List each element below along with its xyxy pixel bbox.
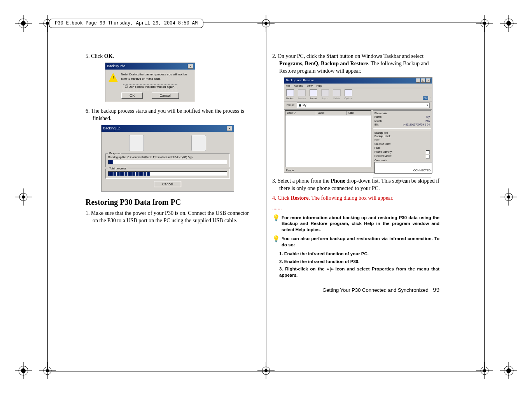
warning-icon — [108, 73, 118, 82]
dont-show-checkbox[interactable]: ☐ Don't show this information again. — [123, 84, 177, 90]
menu-file[interactable]: File — [286, 84, 290, 87]
language-indicator[interactable]: EN — [423, 96, 428, 100]
reg-mark-icon — [15, 362, 32, 379]
reg-mark-icon — [500, 15, 517, 32]
svg-point-35 — [46, 22, 49, 25]
external-media-checkbox[interactable] — [426, 155, 430, 159]
status-right: CONNECTED — [413, 169, 430, 172]
svg-point-39 — [46, 369, 49, 372]
page-header: P30_E.book Page 99 Thursday, April 29, 2… — [49, 19, 203, 28]
step-6: 6. The backup process starts and you wil… — [86, 108, 253, 122]
tip-step-1: 1. Enable the infrared function of your … — [272, 251, 439, 257]
toolbar-export[interactable]: Export — [321, 89, 329, 100]
col-size[interactable]: Size — [347, 111, 371, 115]
reg-mark-icon — [257, 362, 275, 379]
phone-memory-checkbox[interactable] — [426, 150, 430, 154]
menu-help[interactable]: Help — [317, 84, 322, 87]
cancel-button[interactable]: Cancel — [152, 92, 179, 99]
toolbar-delete[interactable]: Delete — [332, 89, 341, 100]
total-progress-group: Total progress — [105, 169, 230, 179]
backup-list[interactable]: Date ▽ Label Size — [285, 110, 371, 167]
phone-icon — [129, 135, 144, 151]
phone-info-title: Phone Info — [374, 112, 430, 115]
svg-point-27 — [22, 195, 25, 199]
info-pane: Phone Info Name:My Model:N/A ID#:#460190… — [373, 110, 431, 167]
svg-point-43 — [483, 22, 486, 25]
progress-group: Progress Backing up file: C:\documents\M… — [105, 153, 230, 167]
menubar: File Actions View Help — [284, 84, 432, 88]
status-left: Ready — [286, 169, 294, 172]
minimize-icon[interactable]: _ — [416, 78, 420, 83]
lightbulb-icon: 💡 — [272, 236, 278, 248]
step-5: 5. Click OK. — [86, 53, 253, 60]
close-icon[interactable]: × — [426, 78, 430, 83]
page-number: 99 — [433, 286, 439, 293]
tip-step-3: 3. Right-click on the ↢|↣ icon and selec… — [272, 266, 439, 278]
dialog-title: Backing up — [103, 126, 121, 131]
toolbar-import[interactable]: Import — [309, 89, 318, 100]
backup-info-dialog: Backup info × Note! During the backup pr… — [105, 63, 195, 102]
page-footer: Getting Your P30 Connected and Synchroni… — [322, 286, 439, 294]
section-heading: Restoring P30 Data from PC — [86, 197, 253, 207]
col-date[interactable]: Date ▽ — [285, 111, 316, 115]
restore-step-1: 1. Make sure that the power of your P30 … — [86, 210, 253, 225]
menu-actions[interactable]: Actions — [294, 84, 303, 87]
close-icon[interactable]: × — [227, 126, 232, 131]
ellipsis: ....... — [272, 204, 439, 212]
close-icon[interactable]: × — [188, 64, 193, 69]
right-page: 2. On your PC, click the Start button on… — [272, 53, 439, 280]
tip-1: 💡 For more information about backing up … — [272, 215, 439, 233]
lightbulb-icon: 💡 — [272, 215, 278, 233]
toolbar-options[interactable]: Options — [344, 89, 353, 100]
chevron-down-icon: ▾ — [427, 103, 428, 107]
restore-step-3: 3. Select a phone from the Phone drop-do… — [272, 178, 439, 192]
dialog-note: Note! During the backup process you will… — [121, 73, 192, 81]
svg-point-47 — [483, 369, 486, 372]
reg-mark-icon — [39, 362, 56, 379]
pc-icon — [191, 135, 206, 151]
restore-step-2: 2. On your PC, click the Start button on… — [272, 53, 439, 75]
window-title: Backup and Restore — [286, 78, 314, 83]
svg-point-23 — [264, 369, 268, 372]
ime-icon[interactable]: : — [430, 96, 430, 100]
ok-button[interactable]: OK — [121, 92, 143, 99]
dialog-title: Backup info — [107, 64, 125, 68]
backup-info-title: Backup Info — [374, 131, 430, 135]
reg-mark-icon — [500, 188, 517, 206]
reg-mark-icon — [476, 362, 493, 379]
restore-step-4: 4. Click Restore. The following dialog b… — [272, 195, 439, 202]
svg-point-31 — [507, 195, 510, 199]
infrared-icon: ↢|↣ — [327, 267, 333, 272]
col-label[interactable]: Label — [316, 111, 347, 115]
dialog-titlebar: Backup info × — [105, 63, 195, 70]
progress-file-text: Backing up file: C:\documents\Media File… — [108, 155, 227, 159]
window-titlebar: Backup and Restore _ □ × — [284, 78, 432, 84]
reg-mark-icon — [257, 15, 275, 32]
dialog-titlebar: Backing up × — [102, 125, 234, 132]
svg-point-19 — [264, 22, 268, 25]
progress-bar — [108, 160, 227, 164]
toolbar: Backup Restore Import Export Delete Opti… — [284, 88, 432, 101]
reg-mark-icon — [476, 15, 493, 32]
maximize-icon[interactable]: □ — [421, 78, 425, 83]
phone-label: Phone: — [287, 103, 295, 107]
reg-mark-icon — [500, 362, 517, 379]
tip-2: 💡 You can also perform backup and restor… — [272, 236, 439, 248]
toolbar-restore[interactable]: Restore — [298, 89, 306, 100]
toolbar-backup[interactable]: Backup — [286, 89, 294, 100]
total-progress-bar — [108, 171, 227, 176]
left-page: 5. Click OK. Backup info × Note! During … — [86, 53, 253, 227]
tip-step-2: 2. Enable the infrared function of P30. — [272, 259, 439, 265]
backing-up-dialog: Backing up × Progress Backing up file: C… — [101, 125, 234, 192]
backup-restore-window: Backup and Restore _ □ × File Actions Vi… — [284, 77, 432, 173]
cancel-button[interactable]: Cancel — [154, 181, 181, 187]
reg-mark-icon — [15, 15, 32, 32]
phone-dropdown[interactable]: 📱 My▾ — [297, 103, 430, 108]
reg-mark-icon — [15, 188, 32, 206]
menu-view[interactable]: View — [307, 84, 313, 87]
